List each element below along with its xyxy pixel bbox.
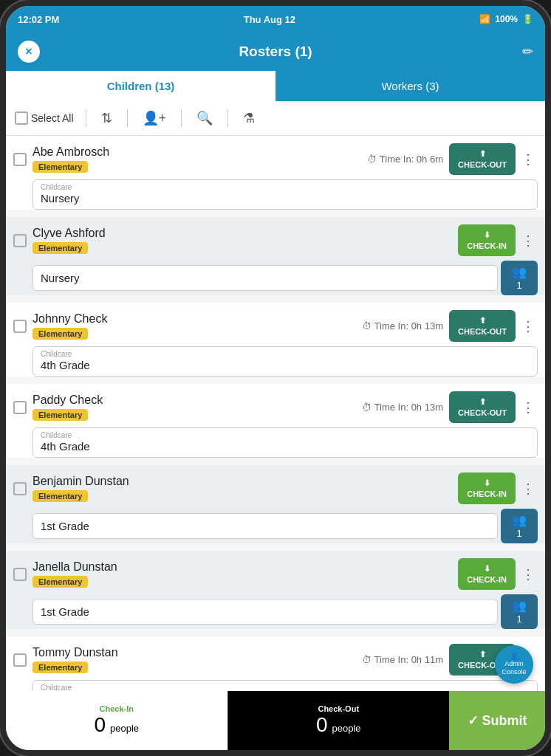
pencil-icon[interactable]: ✏ [522,44,533,59]
child-checkbox[interactable] [13,401,27,414]
checkin-button[interactable]: ⬇CHECK-IN [458,558,516,590]
child-name: Benjamin Dunstan [32,475,452,488]
header: × Rosters (1) ✏ [6,32,545,71]
download-icon: ⬇ [484,564,490,574]
childcare-value: 1st Grade [41,520,490,532]
admin-console-fab[interactable]: 👤 AdminConsole [495,645,533,684]
contacts-button[interactable]: 👥1 [501,509,538,543]
contacts-count: 1 [516,614,521,625]
more-options-button[interactable]: ⋮ [519,399,538,416]
child-info: Johnny CheckElementary [32,312,356,340]
child-name: Tommy Dunstan [32,646,356,659]
child-checkbox[interactable] [13,320,27,333]
action-label: CHECK-OUT [458,408,507,417]
more-options-button[interactable]: ⋮ [519,318,538,334]
more-options-button[interactable]: ⋮ [519,233,538,249]
checkin-button[interactable]: ⬇CHECK-IN [458,472,516,504]
childcare-box: 1st Grade [32,599,498,625]
more-options-button[interactable]: ⋮ [519,481,538,497]
action-area: ⬇CHECK-IN⋮ [458,558,538,590]
select-all-label: Select All [31,112,74,124]
checkout-button[interactable]: ⬆CHECK-OUT [449,391,516,423]
action-area: ⬇CHECK-IN⋮ [458,224,538,256]
checkin-label: Check-In [100,704,134,713]
child-info: Clyve AshfordElementary [32,227,452,254]
contacts-row: Nursery👥1 [32,261,538,295]
close-button[interactable]: × [18,41,40,63]
grade-badge: Elementary [32,409,88,421]
child-checkbox[interactable] [13,482,27,495]
contacts-row: 1st Grade👥1 [32,509,538,543]
child-row: Clyve AshfordElementary⬇CHECK-IN⋮ [6,217,545,261]
list-item: Clyve AshfordElementary⬇CHECK-IN⋮Nursery… [6,217,545,295]
grade-badge: Elementary [32,161,88,173]
divider-1 [86,109,86,127]
time-in: ⏱Time In: 0h 13m [362,320,443,331]
contacts-button[interactable]: 👥1 [501,261,538,295]
grade-badge: Elementary [32,242,88,254]
child-checkbox[interactable] [13,234,27,247]
child-name: Janella Dunstan [32,560,452,574]
more-options-button[interactable]: ⋮ [519,566,538,583]
child-checkbox[interactable] [13,568,27,581]
admin-label: AdminConsole [502,660,526,676]
more-options-button[interactable]: ⋮ [519,151,538,168]
device-frame: 12:02 PM Thu Aug 12 📶 100% 🔋 × Rosters (… [0,0,551,756]
contacts-button[interactable]: 👥1 [501,594,538,629]
action-label: CHECK-OUT [458,327,507,336]
list-item: Janella DunstanElementary⬇CHECK-IN⋮1st G… [6,551,545,629]
child-info: Abe AmbroschElementary [32,145,361,173]
status-date: Thu Aug 12 [244,14,295,25]
checkin-button[interactable]: ⬇CHECK-IN [458,224,516,256]
close-icon[interactable]: × [18,41,40,63]
child-info: Janella DunstanElementary [32,560,452,588]
grade-badge: Elementary [32,490,88,502]
admin-icon: 👤 [510,653,519,660]
add-person-icon[interactable]: 👤+ [137,107,173,129]
child-info: Paddy CheckElementary [32,394,356,421]
status-time: 12:02 PM [18,14,59,25]
child-row: Benjamin DunstanElementary⬇CHECK-IN⋮ [6,465,545,509]
list-item: Benjamin DunstanElementary⬇CHECK-IN⋮1st … [6,465,545,543]
checkin-count: 0 [94,713,106,737]
edit-button[interactable]: ✏ [522,44,533,60]
submit-button[interactable]: ✓ Submit [449,691,545,750]
grade-badge: Elementary [32,328,88,340]
childcare-value: Nursery [41,272,490,284]
action-area: ⬇CHECK-IN⋮ [458,472,538,504]
bottom-bar: Check-In 0 people Check-Out 0 people ✓ S… [6,691,545,750]
divider-3 [181,109,182,127]
checkin-people: people [110,723,139,734]
wifi-icon: 📶 [479,14,490,24]
checkout-label: Check-Out [318,704,359,713]
checkin-section: Check-In 0 people [6,691,228,750]
action-label: CHECK-IN [467,489,507,498]
child-checkbox[interactable] [13,653,27,667]
select-all-checkbox[interactable] [15,111,28,125]
filter-icon[interactable]: ⚗ [237,107,261,129]
childcare-label: Childcare [41,350,72,358]
list-item: Johnny CheckElementary⏱Time In: 0h 13m⬆C… [6,303,545,377]
child-info: Benjamin DunstanElementary [32,475,452,502]
battery-icon: 🔋 [522,14,533,24]
childcare-box: Nursery [32,265,498,291]
tab-children[interactable]: Children (13) [6,71,276,101]
contacts-count: 1 [516,528,521,539]
checkin-count-row: 0 people [94,713,139,737]
tab-workers[interactable]: Workers (3) [276,71,545,101]
checkout-button[interactable]: ⬆CHECK-OUT [449,310,516,342]
child-row: Janella DunstanElementary⬇CHECK-IN⋮ [6,551,545,594]
action-area: ⬆CHECK-OUT⋮ [449,310,538,342]
checkout-button[interactable]: ⬆CHECK-OUT [449,143,516,175]
search-icon[interactable]: 🔍 [191,107,219,129]
sort-icon[interactable]: ⇅ [95,107,118,129]
child-row: Johnny CheckElementary⏱Time In: 0h 13m⬆C… [6,303,545,346]
battery-status: 100% [495,14,518,24]
child-checkbox[interactable] [13,153,27,166]
checkout-count: 0 [316,713,328,737]
grade-badge: Elementary [32,662,88,673]
divider-2 [127,109,128,127]
child-row: Paddy CheckElementary⏱Time In: 0h 13m⬆CH… [6,384,545,427]
time-in: ⏱Time In: 0h 13m [362,402,443,413]
child-name: Paddy Check [32,394,356,407]
